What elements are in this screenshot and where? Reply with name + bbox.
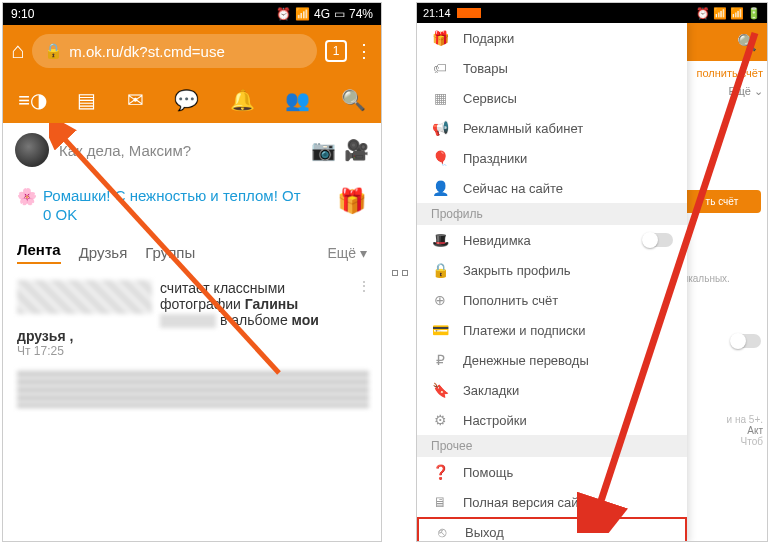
battery-icon: ▭ — [334, 7, 345, 21]
blurred-content — [17, 280, 152, 314]
battery-label: 74% — [349, 7, 373, 21]
video-icon[interactable]: 🎥 — [344, 138, 369, 162]
menu-close-profile[interactable]: 🔒Закрыть профиль — [417, 255, 687, 285]
promo-price: 0 OK — [43, 206, 331, 223]
gift-icon[interactable]: 🎁 — [337, 187, 367, 215]
status-time: 21:14 — [423, 7, 451, 19]
right-screenshot: 21:14 ⏰ 📶 📶 🔋 🔍 полнить счёт Ещё ⌄ ть сч… — [416, 2, 768, 542]
promo-banner[interactable]: 🌸 Ромашки! С нежностью и теплом! От 0 OK… — [3, 177, 381, 233]
balloon-icon: 🎈 — [431, 150, 449, 166]
ok-top-nav: ≡◑ ▤ ✉ 💬 🔔 👥 🔍 — [3, 77, 381, 123]
menu-goods[interactable]: 🏷Товары — [417, 53, 687, 83]
status-input[interactable]: Как дела, Максим? — [59, 142, 301, 159]
feed-icon[interactable]: ▤ — [77, 88, 96, 112]
browser-menu-icon[interactable]: ⋮ — [355, 40, 373, 62]
bg-text: ыкальных. — [677, 269, 767, 288]
ruble-icon: ₽ — [431, 352, 449, 368]
menu-services[interactable]: ▦Сервисы — [417, 83, 687, 113]
messages-icon[interactable]: ✉ — [127, 88, 144, 112]
android-status-bar: 9:10 ⏰ 📶 4G ▭ 74% — [3, 3, 381, 25]
discussions-icon[interactable]: 💬 — [174, 88, 199, 112]
status-icons: ⏰ 📶 📶 🔋 — [696, 7, 761, 20]
tabs-button[interactable]: 1 — [325, 40, 347, 62]
menu-desktop[interactable]: 🖥Полная версия сайта — [417, 487, 687, 517]
feed-item[interactable]: ⋮ считает классными фотографии Галины в … — [3, 272, 381, 366]
left-screenshot: 9:10 ⏰ 📶 4G ▭ 74% ⌂ 🔒 m.ok.ru/dk?st.cmd=… — [2, 2, 382, 542]
tabs-more[interactable]: Ещё ▾ — [327, 245, 367, 261]
bg-orange-button[interactable]: ть счёт — [683, 190, 761, 213]
avatar[interactable] — [15, 133, 49, 167]
alarm-icon: ⏰ — [276, 7, 291, 21]
gear-icon: ⚙ — [431, 412, 449, 428]
feed-text: считает классными — [160, 280, 285, 296]
home-icon[interactable]: ⌂ — [11, 38, 24, 64]
bg-topup-link[interactable]: полнить счёт — [681, 67, 763, 79]
menu-payments[interactable]: 💳Платежи и подписки — [417, 315, 687, 345]
search-icon[interactable]: 🔍 — [737, 33, 757, 52]
notifications-icon[interactable]: 🔔 — [230, 88, 255, 112]
grid-icon: ▦ — [431, 90, 449, 106]
signal-icon: 📶 — [295, 7, 310, 21]
gift-icon: 🎁 — [431, 30, 449, 46]
menu-invisible[interactable]: 🎩Невидимка — [417, 225, 687, 255]
megaphone-icon: 📢 — [431, 120, 449, 136]
feed-tabs: Лента Друзья Группы Ещё ▾ — [3, 233, 381, 272]
bg-text: Чтоб — [677, 436, 767, 447]
menu-icon[interactable]: ≡◑ — [18, 88, 47, 112]
flower-icon: 🌸 — [17, 187, 37, 206]
menu-transfers[interactable]: ₽Денежные переводы — [417, 345, 687, 375]
feed-item-menu-icon[interactable]: ⋮ — [357, 278, 371, 294]
status-compose: Как дела, Максим? 📷 🎥 — [3, 123, 381, 177]
menu-gifts[interactable]: 🎁Подарки — [417, 23, 687, 53]
network-label: 4G — [314, 7, 330, 21]
lock-icon: 🔒 — [431, 262, 449, 278]
tab-friends[interactable]: Друзья — [79, 244, 128, 261]
menu-topup[interactable]: ⊕Пополнить счёт — [417, 285, 687, 315]
menu-ads[interactable]: 📢Рекламный кабинет — [417, 113, 687, 143]
bg-text: и на 5+. — [677, 414, 767, 425]
status-time: 9:10 — [11, 7, 34, 21]
exit-icon: ⎋ — [433, 524, 451, 540]
section-profile: Профиль — [417, 203, 687, 225]
selection-handle — [392, 270, 398, 276]
bg-text: Акт — [677, 425, 767, 436]
tab-groups[interactable]: Группы — [145, 244, 195, 261]
section-other: Прочее — [417, 435, 687, 457]
status-indicators: ⏰ 📶 4G ▭ 74% — [276, 7, 373, 21]
search-icon[interactable]: 🔍 — [341, 88, 366, 112]
url-text: m.ok.ru/dk?st.cmd=use — [69, 43, 224, 60]
browser-toolbar: ⌂ 🔒 m.ok.ru/dk?st.cmd=use 1 ⋮ — [3, 25, 381, 77]
bg-more[interactable]: Ещё ⌄ — [681, 85, 763, 98]
lock-icon: 🔒 — [44, 42, 63, 60]
bg-toggle[interactable] — [731, 334, 761, 348]
android-status-bar: 21:14 ⏰ 📶 📶 🔋 — [417, 3, 767, 23]
bookmark-icon: 🔖 — [431, 382, 449, 398]
wallet-icon: 💳 — [431, 322, 449, 338]
menu-bookmarks[interactable]: 🔖Закладки — [417, 375, 687, 405]
status-app-indicator — [457, 8, 481, 18]
hat-icon: 🎩 — [431, 232, 449, 248]
invisible-toggle[interactable] — [643, 233, 673, 247]
menu-help[interactable]: ❓Помощь — [417, 457, 687, 487]
background-content: 🔍 полнить счёт Ещё ⌄ ть счёт ыкальных. и… — [677, 23, 767, 542]
tag-icon: 🏷 — [431, 60, 449, 76]
menu-holidays[interactable]: 🎈Праздники — [417, 143, 687, 173]
promo-text: Ромашки! С нежностью и теплом! От — [43, 187, 301, 204]
selection-handle — [402, 270, 408, 276]
url-bar[interactable]: 🔒 m.ok.ru/dk?st.cmd=use — [32, 34, 317, 68]
user-icon: 👤 — [431, 180, 449, 196]
side-menu-drawer: 🎁Подарки 🏷Товары ▦Сервисы 📢Рекламный каб… — [417, 23, 687, 542]
tab-feed[interactable]: Лента — [17, 241, 61, 264]
monitor-icon: 🖥 — [431, 494, 449, 510]
help-icon: ❓ — [431, 464, 449, 480]
coin-icon: ⊕ — [431, 292, 449, 308]
menu-exit[interactable]: ⎋Выход — [417, 517, 687, 542]
blurred-content — [160, 314, 216, 328]
feed-time: Чт 17:25 — [17, 344, 367, 358]
menu-settings[interactable]: ⚙Настройки — [417, 405, 687, 435]
camera-icon[interactable]: 📷 — [311, 138, 336, 162]
feed-image-blur — [17, 370, 369, 408]
menu-online[interactable]: 👤Сейчас на сайте — [417, 173, 687, 203]
friends-icon[interactable]: 👥 — [285, 88, 310, 112]
